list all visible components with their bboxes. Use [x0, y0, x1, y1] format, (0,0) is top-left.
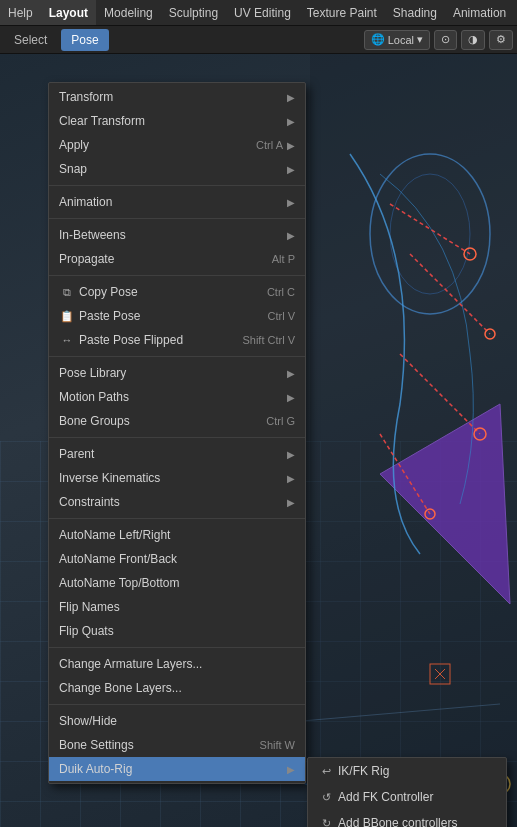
menu-section-copy-paste: ⧉ Copy Pose Ctrl C 📋 Paste Pose Ctrl V ↔…: [49, 278, 305, 354]
menu-autoname-left-right[interactable]: AutoName Left/Right: [49, 523, 305, 547]
viewport-shading-btn[interactable]: ◑: [461, 30, 485, 50]
menu-paste-pose-flipped[interactable]: ↔ Paste Pose Flipped Shift Ctrl V: [49, 328, 305, 352]
menu-autoname-top-bottom[interactable]: AutoName Top/Bottom: [49, 571, 305, 595]
shading-icon: ◑: [468, 33, 478, 46]
divider-3: [49, 275, 305, 276]
menu-parent[interactable]: Parent ▶: [49, 442, 305, 466]
right-controls: 🌐 Local ▾ ⊙ ◑ ⚙: [364, 30, 513, 50]
ik-icon: ↩: [318, 765, 334, 778]
menu-animation[interactable]: Animation ▶: [49, 190, 305, 214]
copy-icon: ⧉: [59, 286, 75, 299]
menu-add-bbone-controllers[interactable]: ↻ Add BBone controllers: [308, 810, 506, 827]
menu-motion-paths[interactable]: Motion Paths ▶: [49, 385, 305, 409]
settings-btn[interactable]: ⚙: [489, 30, 513, 50]
menu-section-animation: Animation ▶: [49, 188, 305, 216]
menu-add-fk-controller[interactable]: ↺ Add FK Controller: [308, 784, 506, 810]
menu-section-layers: Change Armature Layers... Change Bone La…: [49, 650, 305, 702]
menu-copy-pose[interactable]: ⧉ Copy Pose Ctrl C: [49, 280, 305, 304]
divider-8: [49, 704, 305, 705]
divider-6: [49, 518, 305, 519]
menu-bone-groups[interactable]: Bone Groups Ctrl G: [49, 409, 305, 433]
menu-animation[interactable]: Animation: [445, 0, 514, 25]
menu-transform[interactable]: Transform ▶: [49, 85, 305, 109]
menu-shading[interactable]: Shading: [385, 0, 445, 25]
menu-change-bone-layers[interactable]: Change Bone Layers...: [49, 676, 305, 700]
menu-snap[interactable]: Snap ▶: [49, 157, 305, 181]
pose-dropdown-menu[interactable]: Transform ▶ Clear Transform ▶ Apply Ctrl…: [48, 82, 306, 784]
divider-7: [49, 647, 305, 648]
menu-paste-pose[interactable]: 📋 Paste Pose Ctrl V: [49, 304, 305, 328]
menu-pose-library[interactable]: Pose Library ▶: [49, 361, 305, 385]
menu-autoname-front-back[interactable]: AutoName Front/Back: [49, 547, 305, 571]
divider-5: [49, 437, 305, 438]
menu-change-armature-layers[interactable]: Change Armature Layers...: [49, 652, 305, 676]
menu-inbetweens[interactable]: In-Betweens ▶: [49, 223, 305, 247]
menu-constraints[interactable]: Constraints ▶: [49, 490, 305, 514]
menu-apply[interactable]: Apply Ctrl A ▶: [49, 133, 305, 157]
fk-icon: ↺: [318, 791, 334, 804]
menu-section-inbetweens: In-Betweens ▶ Propagate Alt P: [49, 221, 305, 273]
tab-pose[interactable]: Pose: [61, 29, 108, 51]
menu-show-hide[interactable]: Show/Hide: [49, 709, 305, 733]
globe-icon: 🌐: [371, 33, 385, 46]
main-area: Transform ▶ Clear Transform ▶ Apply Ctrl…: [0, 54, 517, 827]
paste-flip-icon: ↔: [59, 334, 75, 346]
paste-icon: 📋: [59, 310, 75, 323]
divider-1: [49, 185, 305, 186]
divider-2: [49, 218, 305, 219]
menu-sculpting[interactable]: Sculpting: [161, 0, 226, 25]
overlay-btn[interactable]: ⊙: [434, 30, 457, 50]
chevron-down-icon: ▾: [417, 33, 423, 46]
local-mode-btn[interactable]: 🌐 Local ▾: [364, 30, 430, 50]
menu-section-autoname: AutoName Left/Right AutoName Front/Back …: [49, 521, 305, 645]
menu-clear-transform[interactable]: Clear Transform ▶: [49, 109, 305, 133]
menu-flip-quats[interactable]: Flip Quats: [49, 619, 305, 643]
menu-uv-editing[interactable]: UV Editing: [226, 0, 299, 25]
menu-texture-paint[interactable]: Texture Paint: [299, 0, 385, 25]
menu-ikfk-rig[interactable]: ↩ IK/FK Rig: [308, 758, 506, 784]
second-bar: Select Pose 🌐 Local ▾ ⊙ ◑ ⚙: [0, 26, 517, 54]
menu-section-show-hide: Show/Hide Bone Settings Shift W Duik Aut…: [49, 707, 305, 783]
menu-help[interactable]: Help: [0, 0, 41, 25]
menu-propagate[interactable]: Propagate Alt P: [49, 247, 305, 271]
duik-submenu[interactable]: ↩ IK/FK Rig ↺ Add FK Controller ↻ Add BB…: [307, 757, 507, 827]
divider-4: [49, 356, 305, 357]
menu-layout[interactable]: Layout: [41, 0, 96, 25]
overlay-icon: ⊙: [441, 33, 450, 46]
tab-select[interactable]: Select: [4, 29, 57, 51]
top-menu-bar: Help Layout Modeling Sculpting UV Editin…: [0, 0, 517, 26]
gear-icon: ⚙: [496, 33, 506, 46]
menu-duik-auto-rig[interactable]: Duik Auto-Rig ▶ ↩ IK/FK Rig ↺ Add FK Con…: [49, 757, 305, 781]
menu-flip-names[interactable]: Flip Names: [49, 595, 305, 619]
menu-section-transform: Transform ▶ Clear Transform ▶ Apply Ctrl…: [49, 83, 305, 183]
menu-bone-settings[interactable]: Bone Settings Shift W: [49, 733, 305, 757]
menu-section-pose-library: Pose Library ▶ Motion Paths ▶ Bone Group…: [49, 359, 305, 435]
menu-modeling[interactable]: Modeling: [96, 0, 161, 25]
menu-inverse-kinematics[interactable]: Inverse Kinematics ▶: [49, 466, 305, 490]
bbone-icon: ↻: [318, 817, 334, 828]
menu-section-parent-ik: Parent ▶ Inverse Kinematics ▶ Constraint…: [49, 440, 305, 516]
